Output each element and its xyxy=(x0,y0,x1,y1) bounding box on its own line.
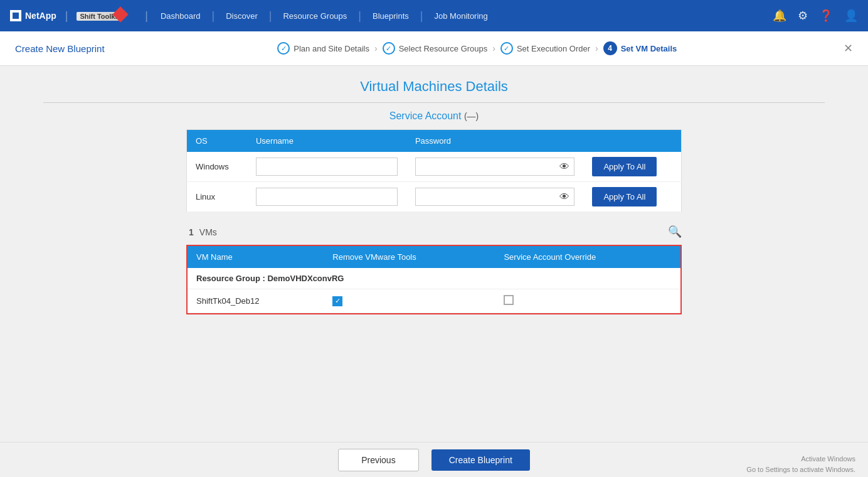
help-icon[interactable]: ❓ xyxy=(819,9,833,23)
toolkit-label-wrap: Shift Toolkit xyxy=(77,10,122,21)
vms-table-header: VM Name Remove VMware Tools Service Acco… xyxy=(188,246,680,268)
vms-table: VM Name Remove VMware Tools Service Acco… xyxy=(188,246,680,313)
step-label-1: Plan and Site Details xyxy=(294,44,369,53)
gear-icon[interactable]: ⚙ xyxy=(798,9,808,23)
nav-blueprints[interactable]: Blueprints xyxy=(364,8,418,24)
username-windows-input[interactable] xyxy=(256,158,398,176)
apply-windows-cell: Apply To All xyxy=(583,152,681,182)
vms-count: 1 VMs xyxy=(186,225,217,238)
breadcrumb-steps: ✓ Plan and Site Details › ✓ Select Resou… xyxy=(124,41,831,55)
password-linux-wrap: 👁 xyxy=(415,188,574,206)
header-username: Username xyxy=(247,130,406,153)
header-os: OS xyxy=(187,130,247,153)
header-vm-name: VM Name xyxy=(188,246,324,268)
nav-job-monitoring[interactable]: Job Monitoring xyxy=(426,8,497,24)
nav-divider-2: | xyxy=(145,9,148,23)
vm-name: ShiftTk04_Deb12 xyxy=(188,289,324,313)
nav-divider-1: | xyxy=(65,9,68,23)
password-windows-input[interactable] xyxy=(415,158,574,176)
page-title: Virtual Machines Details xyxy=(0,78,868,95)
nav-sep-1: | xyxy=(212,8,215,24)
vms-section: 1 VMs 🔍 VM Name Remove VMware Tools Serv… xyxy=(180,225,688,314)
os-linux: Linux xyxy=(187,182,247,212)
remove-vmware-cell: ✓ xyxy=(324,289,495,313)
breadcrumb-bar: Create New Blueprint ✓ Plan and Site Det… xyxy=(0,31,868,66)
nav-sep-2: | xyxy=(269,8,272,24)
service-account-section: Service Account (—) OS Username Password… xyxy=(180,110,688,212)
search-icon[interactable]: 🔍 xyxy=(668,225,682,238)
nav-icons: 🔔 ⚙ ❓ 👤 xyxy=(773,9,858,23)
eye-icon-linux[interactable]: 👁 xyxy=(559,191,569,203)
nav-resource-groups[interactable]: Resource Groups xyxy=(274,8,356,24)
previous-button[interactable]: Previous xyxy=(338,449,418,471)
nav-brand: NetApp | Shift Toolkit xyxy=(10,9,122,23)
username-linux-cell xyxy=(247,182,406,212)
vms-table-container: VM Name Remove VMware Tools Service Acco… xyxy=(186,245,682,314)
sa-dash: (—) xyxy=(464,111,479,121)
apply-all-linux-button[interactable]: Apply To All xyxy=(592,187,657,206)
password-windows-cell: 👁 xyxy=(406,152,583,182)
service-account-override-checkbox[interactable] xyxy=(504,295,514,305)
sa-table-header: OS Username Password xyxy=(187,130,682,153)
logo-square xyxy=(10,10,21,21)
page-divider xyxy=(43,102,825,103)
nav-links: Dashboard | Discover | Resource Groups |… xyxy=(152,8,773,24)
activate-line2: Go to Settings to activate Windows. xyxy=(746,464,855,475)
close-button[interactable]: ✕ xyxy=(844,41,853,55)
step-label-3: Set Execution Order xyxy=(517,44,590,53)
activate-windows-notice: Activate Windows Go to Settings to activ… xyxy=(746,454,855,474)
resource-group-label: Resource Group : DemoVHDXconvRG xyxy=(188,268,680,289)
service-account-override-cell xyxy=(495,289,680,313)
vms-count-num: 1 xyxy=(189,227,194,237)
header-remove-vmware: Remove VMware Tools xyxy=(324,246,495,268)
step-resource[interactable]: ✓ Select Resource Groups xyxy=(383,42,488,55)
step-check-3: ✓ xyxy=(500,42,513,55)
step-arrow-3: › xyxy=(595,43,598,53)
step-label-4: Set VM Details xyxy=(621,44,677,53)
step-plan[interactable]: ✓ Plan and Site Details xyxy=(277,42,369,55)
os-windows: Windows xyxy=(187,152,247,182)
header-service-account-override: Service Account Override xyxy=(495,246,680,268)
apply-linux-cell: Apply To All xyxy=(583,182,681,212)
step-vm[interactable]: 4 Set VM Details xyxy=(603,41,677,55)
password-linux-input[interactable] xyxy=(415,188,574,206)
top-nav: NetApp | Shift Toolkit | Dashboard | Dis… xyxy=(0,0,868,31)
step-execution[interactable]: ✓ Set Execution Order xyxy=(500,42,590,55)
header-action xyxy=(583,130,681,153)
apply-all-windows-button[interactable]: Apply To All xyxy=(592,157,657,176)
sa-row-windows: Windows 👁 Apply To All xyxy=(187,152,682,182)
nav-discover[interactable]: Discover xyxy=(217,8,267,24)
step-arrow-2: › xyxy=(492,43,495,53)
password-windows-wrap: 👁 xyxy=(415,158,574,176)
step-arrow-1: › xyxy=(374,43,378,53)
resource-group-row: Resource Group : DemoVHDXconvRG xyxy=(188,268,680,289)
header-password: Password xyxy=(406,130,583,153)
step-check-1: ✓ xyxy=(277,42,290,55)
vms-label-text: VMs xyxy=(199,227,217,237)
eye-icon-windows[interactable]: 👁 xyxy=(559,161,569,173)
vm-row: ShiftTk04_Deb12 ✓ xyxy=(188,289,680,313)
activate-line1: Activate Windows xyxy=(746,454,855,464)
vms-header: 1 VMs 🔍 xyxy=(186,225,682,238)
netapp-logo: NetApp xyxy=(10,10,56,21)
nav-dashboard[interactable]: Dashboard xyxy=(152,8,209,24)
step-label-2: Select Resource Groups xyxy=(399,44,488,53)
password-linux-cell: 👁 xyxy=(406,182,583,212)
service-account-table: OS Username Password Windows 👁 xyxy=(186,129,682,212)
nav-sep-4: | xyxy=(420,8,423,24)
username-linux-input[interactable] xyxy=(256,188,398,206)
footer: Previous Create Blueprint Activate Windo… xyxy=(0,442,868,477)
create-title: Create New Blueprint xyxy=(15,43,105,54)
step-check-2: ✓ xyxy=(383,42,395,55)
username-windows-cell xyxy=(247,152,406,182)
main-content: Virtual Machines Details Service Account… xyxy=(0,66,868,442)
remove-vmware-checkbox[interactable]: ✓ xyxy=(332,296,342,306)
logo-text: NetApp xyxy=(25,11,56,21)
sa-row-linux: Linux 👁 Apply To All xyxy=(187,182,682,212)
service-account-title: Service Account (—) xyxy=(186,110,682,122)
bell-icon[interactable]: 🔔 xyxy=(773,9,786,23)
step-num-4: 4 xyxy=(603,41,617,55)
create-blueprint-button[interactable]: Create Blueprint xyxy=(431,449,530,471)
nav-sep-3: | xyxy=(358,8,361,24)
user-icon[interactable]: 👤 xyxy=(844,9,858,23)
